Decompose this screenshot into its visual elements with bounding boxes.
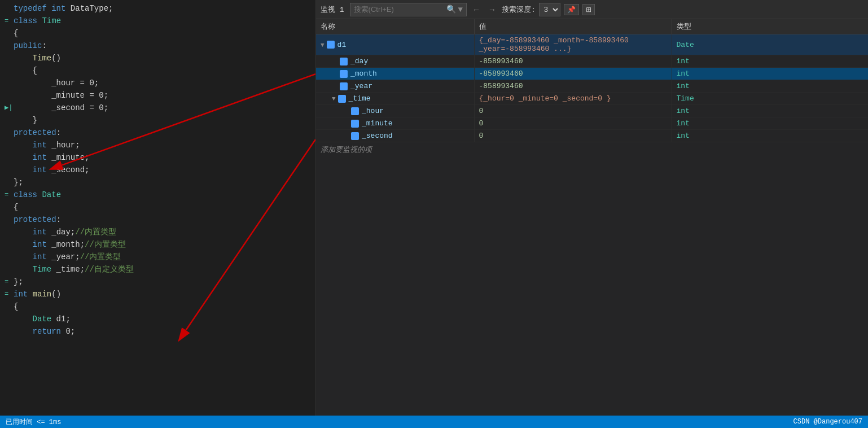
var-type: int	[677, 57, 690, 65]
search-box[interactable]: 🔍 ▼	[350, 3, 467, 16]
var-icon	[351, 120, 359, 128]
var-type: int	[677, 82, 690, 90]
main-container: typedef int DataType;=class Time{public:…	[0, 0, 868, 416]
table-row[interactable]: _minute0int	[316, 117, 868, 130]
var-value: 0	[479, 107, 484, 115]
code-token: :	[56, 213, 61, 226]
pin-button[interactable]: 📌	[564, 4, 579, 15]
code-token: Time	[42, 15, 61, 27]
var-icon	[351, 107, 359, 115]
watch-title: 监视 1	[321, 5, 344, 15]
code-token: int	[14, 288, 28, 300]
var-value-cell: -858993460	[474, 80, 672, 93]
var-value-cell: 0	[474, 117, 672, 130]
expand-button[interactable]: ⊞	[582, 4, 595, 15]
code-token: _second = 0;	[14, 102, 108, 114]
nav-back-button[interactable]: ←	[470, 5, 483, 14]
var-value: -858993460	[479, 82, 523, 90]
code-line: {	[0, 64, 315, 77]
code-token	[14, 251, 33, 263]
var-icon	[338, 95, 346, 103]
var-value: 0	[479, 119, 484, 128]
var-value: -858993460	[479, 69, 523, 78]
code-line: =class Time	[0, 15, 315, 27]
code-token: _minute = 0;	[14, 89, 108, 102]
var-name-cell: _year	[321, 82, 372, 90]
code-line: return 0;	[0, 325, 315, 338]
code-token: }	[14, 114, 37, 126]
code-token: {	[14, 300, 18, 313]
col-type-header: 类型	[672, 19, 868, 34]
add-watch-row[interactable]: 添加要监视的项	[316, 142, 868, 157]
var-type: int	[677, 69, 690, 78]
code-line: _hour = 0;	[0, 77, 315, 89]
code-token: public	[14, 40, 42, 52]
table-row[interactable]: _second0int	[316, 130, 868, 142]
code-line: Date d1;	[0, 313, 315, 325]
code-token: int	[33, 238, 47, 251]
var-name: _day	[350, 57, 368, 65]
code-token: int	[33, 151, 47, 164]
search-icon: 🔍	[446, 5, 456, 14]
var-name: _month	[350, 69, 377, 78]
code-token	[14, 313, 33, 325]
var-name: _second	[362, 132, 393, 140]
code-line: protected:	[0, 213, 315, 226]
code-panel: typedef int DataType;=class Time{public:…	[0, 0, 316, 416]
code-line: };	[0, 176, 315, 189]
code-token: Time	[33, 263, 52, 276]
var-type-cell: int	[672, 105, 868, 117]
dropdown-icon[interactable]: ▼	[458, 5, 463, 14]
table-row[interactable]: ▼d1{_day=-858993460 _month=-858993460 _y…	[316, 34, 868, 55]
var-value: {_hour=0 _minute=0 _second=0 }	[479, 94, 611, 103]
code-token: //内置类型	[85, 238, 126, 251]
code-line: Time _time;//自定义类型	[0, 263, 315, 276]
var-type-cell: int	[672, 117, 868, 130]
code-token: Date	[33, 313, 52, 325]
var-name: _year	[350, 82, 372, 90]
depth-label: 搜索深度:	[502, 5, 536, 15]
code-line: int _minute;	[0, 151, 315, 164]
code-line: }	[0, 114, 315, 126]
code-token	[14, 263, 33, 276]
code-line: int _second;	[0, 164, 315, 176]
var-type-cell: int	[672, 130, 868, 142]
status-time: 已用时间 <= 1ms	[6, 417, 61, 427]
code-line: {	[0, 201, 315, 213]
nav-forward-button[interactable]: →	[486, 5, 498, 14]
code-token: 0;	[61, 325, 75, 338]
var-name: _hour	[362, 107, 384, 115]
code-line: _minute = 0;	[0, 89, 315, 102]
code-token: _second;	[47, 164, 90, 176]
table-row[interactable]: _day-858993460int	[316, 55, 868, 68]
depth-select[interactable]: 3 1 2 4 5	[539, 3, 560, 16]
code-token: class	[14, 189, 42, 201]
watch-tbody: ▼d1{_day=-858993460 _month=-858993460 _y…	[316, 34, 868, 142]
var-type: Time	[677, 94, 694, 103]
code-token: DataType;	[65, 2, 113, 15]
code-token: //自定义类型	[85, 263, 134, 276]
code-line: {	[0, 27, 315, 40]
code-token	[14, 139, 33, 151]
code-token: int	[51, 2, 65, 15]
code-line: =class Date	[0, 189, 315, 201]
code-token: _hour;	[47, 139, 80, 151]
var-value-cell: 0	[474, 130, 672, 142]
table-row[interactable]: ▼_time{_hour=0 _minute=0 _second=0 }Time	[316, 93, 868, 105]
code-token	[14, 151, 33, 164]
var-name-cell: _day	[321, 57, 368, 65]
status-bar: 已用时间 <= 1ms CSDN @Dangerou407	[0, 416, 868, 428]
code-line: int _year;//内置类型	[0, 251, 315, 263]
table-row[interactable]: _month-858993460int	[316, 68, 868, 80]
var-value: -858993460	[479, 57, 523, 65]
var-name-cell: _minute	[321, 119, 393, 128]
code-line: =int main()	[0, 288, 315, 300]
table-row[interactable]: _year-858993460int	[316, 80, 868, 93]
col-name-header: 名称	[316, 19, 474, 34]
var-name-cell: _month	[321, 69, 377, 78]
code-token: _month;	[47, 238, 85, 251]
table-row[interactable]: _hour0int	[316, 105, 868, 117]
search-input[interactable]	[354, 5, 444, 14]
code-token: };	[14, 276, 23, 288]
var-type: int	[677, 107, 690, 115]
